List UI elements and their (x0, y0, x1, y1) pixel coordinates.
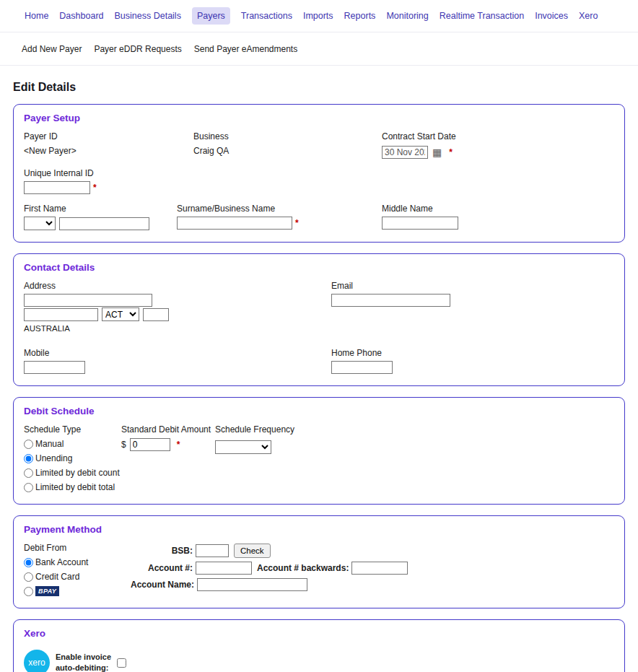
debit-from-label: Debit From (24, 543, 131, 553)
calendar-icon[interactable]: ▦ (432, 147, 442, 157)
first-name-field: First Name (24, 204, 177, 230)
nav-item-monitoring[interactable]: Monitoring (386, 7, 428, 25)
nav-item-home[interactable]: Home (25, 7, 48, 25)
home-phone-label: Home Phone (331, 348, 614, 358)
bpay-radio[interactable] (24, 587, 33, 596)
required-marker: * (93, 183, 97, 193)
top-navigation: Home Dashboard Business Details Payers T… (0, 0, 638, 32)
subnav-item-payer-eddr-requests[interactable]: Payer eDDR Requests (94, 44, 181, 54)
schedule-type-group: Schedule Type Manual Unending Limited by… (24, 424, 121, 492)
nav-item-business-details[interactable]: Business Details (115, 7, 181, 25)
schedule-type-limited-count-radio[interactable] (24, 468, 33, 478)
schedule-type-limited-total-label: Limited by debit total (35, 482, 115, 492)
enable-auto-debit-checkbox[interactable] (117, 658, 126, 668)
street-input[interactable] (24, 294, 152, 307)
standard-debit-amount-input[interactable] (130, 438, 170, 451)
schedule-type-manual-label: Manual (35, 439, 64, 449)
first-name-input[interactable] (59, 217, 149, 230)
nav-item-realtime-transaction[interactable]: Realtime Transaction (440, 7, 524, 25)
address-label: Address (24, 281, 331, 291)
unique-internal-id-input[interactable] (24, 181, 90, 194)
email-column: Email Home Phone (331, 281, 614, 374)
bsb-label: BSB: (131, 546, 193, 556)
bank-account-radio[interactable] (24, 558, 33, 567)
country-label: AUSTRALIA (24, 324, 331, 333)
schedule-frequency-label: Schedule Frequency (215, 424, 614, 435)
mobile-input[interactable] (24, 361, 85, 374)
debit-from-credit-card-option[interactable]: Credit Card (24, 572, 131, 582)
address-column: Address ACT AUSTRALIA Mobile (24, 281, 331, 374)
payment-method-title: Payment Method (24, 524, 614, 535)
account-name-input[interactable] (197, 578, 307, 591)
required-marker: * (449, 147, 453, 157)
enable-auto-debit-label: Enable invoice auto-debiting: (56, 652, 111, 672)
schedule-type-manual-radio[interactable] (24, 440, 33, 449)
currency-symbol: $ (121, 440, 126, 450)
business-label: Business (193, 131, 382, 141)
account-backwards-input[interactable] (351, 562, 408, 575)
debit-from-group: Debit From Bank Account Credit Card BPAY (24, 543, 131, 596)
nav-item-invoices[interactable]: Invoices (535, 7, 568, 25)
nav-item-dashboard[interactable]: Dashboard (59, 7, 103, 25)
debit-schedule-title: Debit Schedule (24, 406, 614, 416)
nav-item-payers[interactable]: Payers (192, 7, 230, 25)
schedule-type-limited-count-option[interactable]: Limited by debit count (24, 468, 121, 478)
nav-item-xero[interactable]: Xero (579, 7, 598, 25)
subnav-item-send-payer-eamendments[interactable]: Send Payer eAmendments (194, 44, 297, 54)
business-field: Business Craig QA (193, 131, 382, 159)
debit-from-bpay-option[interactable]: BPAY (24, 586, 131, 596)
schedule-type-unending-radio[interactable] (24, 454, 33, 463)
home-phone-field: Home Phone (331, 348, 614, 374)
debit-schedule-section: Debit Schedule Schedule Type Manual Unen… (13, 397, 625, 505)
unique-internal-id-field: Unique Internal ID * (24, 168, 614, 194)
account-number-label: Account #: (131, 563, 193, 573)
payer-id-field: Payer ID <New Payer> (24, 131, 193, 159)
standard-debit-amount-label: Standard Debit Amount (121, 424, 215, 435)
page-title: Edit Details (13, 81, 625, 94)
nav-item-transactions[interactable]: Transactions (241, 7, 292, 25)
account-backwards-label: Account # backwards: (257, 563, 349, 573)
payers-sub-navigation: Add New Payer Payer eDDR Requests Send P… (0, 32, 638, 66)
credit-card-radio[interactable] (24, 572, 33, 582)
postcode-input[interactable] (143, 308, 169, 321)
bsb-input[interactable] (196, 544, 229, 557)
xero-section: Xero xero Enable invoice auto-debiting: (13, 619, 625, 672)
bank-account-form: BSB: Check Account #: Account # backward… (131, 543, 614, 596)
schedule-type-unending-label: Unending (35, 453, 72, 463)
schedule-type-unending-option[interactable]: Unending (24, 453, 121, 463)
surname-label: Surname/Business Name (177, 204, 382, 214)
contract-start-date-input[interactable] (382, 146, 428, 159)
mobile-label: Mobile (24, 348, 331, 358)
schedule-type-limited-total-option[interactable]: Limited by debit total (24, 482, 121, 492)
first-name-label: First Name (24, 204, 177, 214)
schedule-type-label: Schedule Type (24, 424, 121, 435)
surname-input[interactable] (177, 217, 292, 230)
state-select[interactable]: ACT (102, 307, 139, 321)
payment-method-section: Payment Method Debit From Bank Account C… (13, 515, 625, 608)
check-bsb-button[interactable]: Check (234, 544, 271, 558)
unique-internal-id-label: Unique Internal ID (24, 168, 614, 178)
debit-from-bank-account-option[interactable]: Bank Account (24, 557, 131, 567)
edit-details-page: Edit Details Payer Setup Payer ID <New P… (0, 81, 638, 672)
email-field: Email (331, 281, 614, 307)
schedule-frequency-select[interactable] (215, 440, 271, 454)
schedule-type-limited-total-radio[interactable] (24, 483, 33, 492)
nav-item-reports[interactable]: Reports (344, 7, 376, 25)
business-value: Craig QA (193, 146, 229, 156)
suburb-input[interactable] (24, 308, 98, 321)
surname-field: Surname/Business Name * (177, 204, 382, 230)
email-input[interactable] (331, 294, 450, 307)
required-marker: * (295, 218, 299, 228)
middle-name-input[interactable] (382, 217, 458, 230)
subnav-item-add-new-payer[interactable]: Add New Payer (22, 44, 82, 54)
middle-name-label: Middle Name (382, 204, 614, 214)
mobile-field: Mobile (24, 348, 331, 374)
title-select[interactable] (24, 217, 56, 230)
account-number-input[interactable] (196, 562, 252, 575)
schedule-type-limited-count-label: Limited by debit count (35, 468, 120, 478)
xero-title: Xero (24, 628, 614, 639)
nav-item-imports[interactable]: Imports (303, 7, 333, 25)
schedule-type-manual-option[interactable]: Manual (24, 439, 121, 449)
home-phone-input[interactable] (331, 361, 393, 374)
contract-start-date-label: Contract Start Date (382, 131, 614, 141)
